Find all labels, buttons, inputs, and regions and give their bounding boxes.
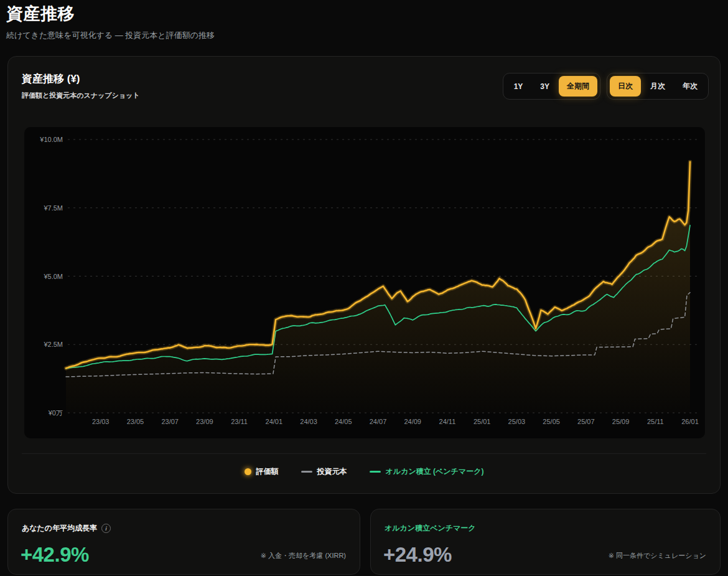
legend-item-principal: 投資元本 — [301, 466, 347, 477]
stat-label-text: オルカン積立ベンチマーク — [385, 523, 476, 534]
x-axis-tick: 24/09 — [404, 418, 421, 425]
stat-label-text: あなたの年平均成長率 — [22, 523, 97, 534]
freq-button-yearly[interactable]: 年次 — [674, 76, 706, 97]
x-axis-tick: 25/03 — [508, 418, 526, 425]
x-axis-tick: 24/07 — [370, 418, 387, 425]
chart-panel: ¥0万¥2.5M¥5.0M¥7.5M¥10.0M23/0323/0523/072… — [24, 127, 705, 438]
frequency-toggle-group: 日次 月次 年次 — [607, 73, 709, 100]
x-axis-tick: 24/11 — [439, 418, 456, 425]
chart-card-subtitle: 評価額と投資元本のスナップショット — [22, 91, 140, 100]
x-axis-tick: 23/07 — [161, 418, 179, 425]
benchmark-stat-value: +24.9% — [383, 543, 452, 567]
cagr-stat-label: あなたの年平均成長率 i — [22, 523, 111, 534]
x-axis-tick: 23/05 — [127, 418, 144, 425]
range-button-1y[interactable]: 1Y — [506, 76, 531, 97]
x-axis-tick: 24/01 — [266, 418, 283, 425]
x-axis-tick: 25/09 — [612, 418, 630, 425]
x-axis-tick: 24/03 — [300, 418, 317, 425]
y-axis-tick: ¥10.0M — [39, 136, 63, 143]
y-axis-tick: ¥2.5M — [43, 341, 63, 348]
page-subtitle: 続けてきた意味を可視化する — 投資元本と評価額の推移 — [6, 30, 215, 41]
legend-item-value: 評価額 — [245, 466, 279, 477]
benchmark-stat-card: オルカン積立ベンチマーク +24.9% ※ 同一条件でシミュレーション — [370, 509, 721, 575]
chart-legend: 評価額 投資元本 オルカン積立 (ベンチマーク) — [8, 466, 720, 477]
y-axis-tick: ¥0万 — [48, 409, 63, 417]
page: 資産推移 続けてきた意味を可視化する — 投資元本と評価額の推移 資産推移 (¥… — [0, 0, 728, 576]
chart-toolbar: 1Y 3Y 全期間 日次 月次 年次 — [503, 73, 709, 100]
y-axis-tick: ¥5.0M — [43, 273, 63, 280]
benchmark-stat-label: オルカン積立ベンチマーク — [385, 523, 476, 534]
x-axis-tick: 25/07 — [577, 418, 595, 425]
x-axis-tick: 24/05 — [335, 418, 352, 425]
card-divider — [22, 453, 706, 454]
cagr-stat-value: +42.9% — [21, 543, 89, 567]
chart-card-header: 資産推移 (¥) 評価額と投資元本のスナップショット 1Y 3Y 全期間 日次 … — [22, 72, 709, 100]
chart-card-title: 資産推移 (¥) — [22, 72, 140, 86]
asset-chart-card: 資産推移 (¥) 評価額と投資元本のスナップショット 1Y 3Y 全期間 日次 … — [7, 56, 721, 494]
legend-item-benchmark: オルカン積立 (ベンチマーク) — [370, 466, 484, 477]
benchmark-line-icon — [370, 471, 381, 473]
range-toggle-group: 1Y 3Y 全期間 — [503, 73, 600, 100]
x-axis-tick: 23/03 — [92, 418, 110, 425]
cagr-stat-note: ※ 入金・売却を考慮 (XIRR) — [261, 551, 346, 560]
y-axis-tick: ¥7.5M — [43, 204, 63, 212]
asset-history-chart[interactable]: ¥0万¥2.5M¥5.0M¥7.5M¥10.0M23/0323/0523/072… — [24, 127, 705, 438]
x-axis-tick: 25/05 — [543, 418, 560, 425]
x-axis-tick: 23/11 — [231, 418, 248, 425]
x-axis-tick: 25/11 — [647, 418, 664, 425]
legend-label: 評価額 — [256, 466, 279, 477]
benchmark-stat-note: ※ 同一条件でシミュレーション — [609, 551, 706, 560]
x-axis-tick: 26/01 — [681, 418, 699, 425]
page-header: 資産推移 続けてきた意味を可視化する — 投資元本と評価額の推移 — [6, 2, 215, 41]
value-dot-icon — [245, 468, 251, 475]
range-button-3y[interactable]: 3Y — [532, 76, 558, 97]
x-axis-tick: 25/01 — [474, 418, 491, 425]
x-axis-tick: 23/09 — [196, 418, 213, 425]
range-button-all[interactable]: 全期間 — [559, 76, 597, 97]
page-title: 資産推移 — [6, 2, 215, 25]
principal-line-icon — [301, 471, 312, 473]
legend-label: オルカン積立 (ベンチマーク) — [386, 466, 484, 477]
info-icon[interactable]: i — [101, 524, 111, 533]
cagr-stat-card: あなたの年平均成長率 i +42.9% ※ 入金・売却を考慮 (XIRR) — [7, 509, 360, 575]
freq-button-monthly[interactable]: 月次 — [642, 76, 673, 97]
legend-label: 投資元本 — [317, 466, 347, 477]
chart-card-titles: 資産推移 (¥) 評価額と投資元本のスナップショット — [22, 72, 140, 100]
freq-button-daily[interactable]: 日次 — [610, 76, 641, 97]
